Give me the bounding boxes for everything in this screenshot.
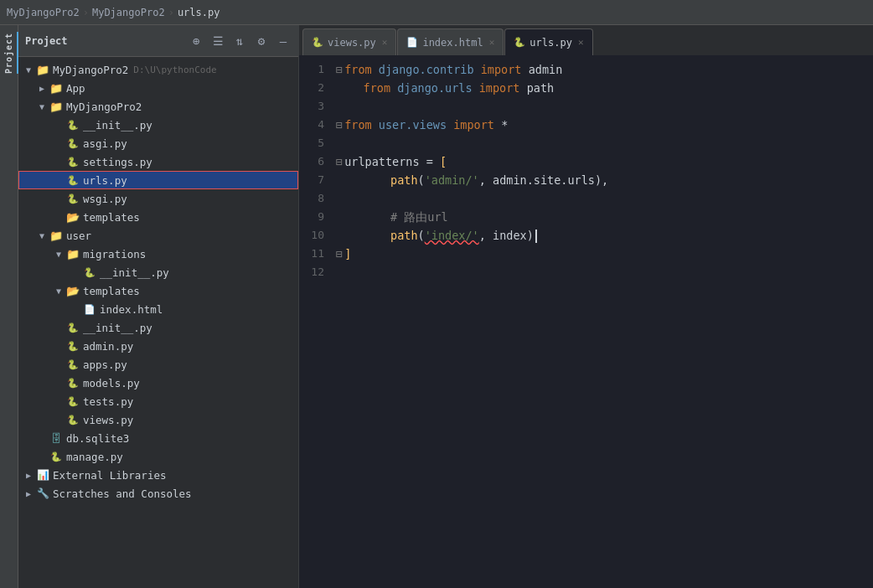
extlibs-icon: 📊 xyxy=(35,469,50,481)
label-db: db.sqlite3 xyxy=(66,432,129,445)
tree-item-views[interactable]: 🐍 views.py xyxy=(18,410,298,429)
tree-item-templates1[interactable]: 📂 templates xyxy=(18,208,298,226)
py-icon-urls: 🐍 xyxy=(65,175,80,186)
label-init3: __init__.py xyxy=(83,322,152,334)
folder-icon-migrations: 📁 xyxy=(65,248,80,260)
label-app: App xyxy=(66,82,85,95)
breadcrumb: MyDjangoPro2 › MyDjangoPro2 › urls.py xyxy=(7,7,220,18)
title-bar: MyDjangoPro2 › MyDjangoPro2 › urls.py xyxy=(0,0,873,25)
tree-item-indexhtml[interactable]: 📄 index.html xyxy=(18,300,298,318)
code-line-1: ⊟from django.contrib import admin xyxy=(336,60,873,79)
label-admin: admin.py xyxy=(83,340,133,353)
code-line-3 xyxy=(336,97,873,116)
label-tests: tests.py xyxy=(83,395,133,408)
py-icon-views: 🐍 xyxy=(65,415,80,426)
tree-item-init2[interactable]: 🐍 __init__.py xyxy=(18,263,298,281)
code-line-12 xyxy=(336,263,873,281)
tree-item-tests[interactable]: 🐍 tests.py xyxy=(18,392,298,410)
project-tree[interactable]: ▼ 📁 MyDjangoPro2 D:\U\pythonCode ▶ 📁 App… xyxy=(18,57,298,588)
tabs-bar: 🐍 views.py ✕ 📄 index.html ✕ 🐍 urls.py ✕ xyxy=(299,25,873,57)
add-icon[interactable]: ⊕ xyxy=(188,33,204,49)
line-numbers: 1 2 3 4 5 6 7 8 9 10 11 12 xyxy=(299,60,333,588)
arrow-migrations: ▼ xyxy=(52,250,65,259)
tree-item-init3[interactable]: 🐍 __init__.py xyxy=(18,318,298,337)
collapse-all-icon[interactable]: ☰ xyxy=(209,33,226,49)
tree-item-mydjangopro2[interactable]: ▼ 📁 MyDjangoPro2 xyxy=(18,97,298,116)
templates-icon-1: 📂 xyxy=(65,211,80,224)
label-root: MyDjangoPro2 xyxy=(53,64,128,76)
db-icon: 🗄 xyxy=(49,432,64,445)
tree-item-urls[interactable]: 🐍 urls.py xyxy=(18,171,298,189)
arrow-app: ▶ xyxy=(35,84,49,93)
breadcrumb-item-1[interactable]: MyDjangoPro2 xyxy=(7,7,80,18)
tab-py-icon-urls: 🐍 xyxy=(514,37,525,48)
tab-indexhtml[interactable]: 📄 index.html ✕ xyxy=(397,28,504,55)
tab-urls[interactable]: 🐍 urls.py ✕ xyxy=(504,28,592,55)
code-editor[interactable]: 1 2 3 4 5 6 7 8 9 10 11 12 ⊟from django.… xyxy=(299,57,873,588)
tree-item-settings[interactable]: 🐍 settings.py xyxy=(18,152,298,171)
arrow-scratches: ▶ xyxy=(22,489,35,498)
code-line-4: ⊟from user.views import * xyxy=(336,116,873,134)
breadcrumb-item-2[interactable]: MyDjangoPro2 xyxy=(92,7,165,18)
label-wsgi: wsgi.py xyxy=(83,193,127,205)
tree-item-extlibs[interactable]: ▶ 📊 External Libraries xyxy=(18,466,298,484)
tree-item-init1[interactable]: 🐍 __init__.py xyxy=(18,116,298,134)
tree-item-wsgi[interactable]: 🐍 wsgi.py xyxy=(18,189,298,208)
scratches-icon: 🔧 xyxy=(35,487,50,499)
code-line-2: from django.urls import path xyxy=(336,79,873,97)
tree-item-user[interactable]: ▼ 📁 user xyxy=(18,226,298,245)
tree-item-templates2[interactable]: ▼ 📂 templates xyxy=(18,281,298,300)
tab-close-indexhtml[interactable]: ✕ xyxy=(489,37,495,48)
folder-icon-root: 📁 xyxy=(35,64,50,76)
code-line-10: path('index/', index) xyxy=(336,226,873,245)
py-icon-wsgi: 🐍 xyxy=(65,193,80,204)
label-init2: __init__.py xyxy=(100,266,169,279)
label-templates1: templates xyxy=(83,211,140,224)
tab-views[interactable]: 🐍 views.py ✕ xyxy=(302,28,396,55)
breadcrumb-item-3[interactable]: urls.py xyxy=(178,7,220,18)
tab-label-views: views.py xyxy=(328,37,376,49)
label-models: models.py xyxy=(83,377,140,389)
main-layout: Project Project ⊕ ☰ ⇅ ⚙ — ▼ 📁 MyDjangoPr… xyxy=(0,25,873,588)
editor-area: 🐍 views.py ✕ 📄 index.html ✕ 🐍 urls.py ✕ … xyxy=(299,25,873,588)
folder-icon-user: 📁 xyxy=(49,230,64,242)
tree-item-db[interactable]: 🗄 db.sqlite3 xyxy=(18,429,298,447)
sidebar: Project ⊕ ☰ ⇅ ⚙ — ▼ 📁 MyDjangoPro2 D:\U\… xyxy=(18,25,299,588)
tree-item-models[interactable]: 🐍 models.py xyxy=(18,374,298,392)
tree-item-scratches[interactable]: ▶ 🔧 Scratches and Consoles xyxy=(18,484,298,503)
activity-project[interactable]: Project xyxy=(0,32,18,74)
activity-bar: Project xyxy=(0,25,18,588)
label-extlibs: External Libraries xyxy=(53,469,166,482)
py-icon-init3: 🐍 xyxy=(65,322,80,333)
py-icon-asgi: 🐍 xyxy=(65,138,80,149)
html-icon: 📄 xyxy=(82,304,97,315)
tree-item-root[interactable]: ▼ 📁 MyDjangoPro2 D:\U\pythonCode xyxy=(18,60,298,79)
tab-close-views[interactable]: ✕ xyxy=(382,37,388,48)
label-views: views.py xyxy=(83,414,133,426)
label-apps: apps.py xyxy=(83,358,127,371)
label-init1: __init__.py xyxy=(83,119,152,132)
expand-icon[interactable]: ⇅ xyxy=(231,33,248,49)
tree-item-asgi[interactable]: 🐍 asgi.py xyxy=(18,134,298,152)
code-line-9: # 路由url xyxy=(336,208,873,226)
label-urls: urls.py xyxy=(83,174,127,187)
label-scratches: Scratches and Consoles xyxy=(53,487,192,500)
close-icon[interactable]: — xyxy=(275,33,292,49)
templates-icon-2: 📂 xyxy=(65,285,80,297)
settings-icon[interactable]: ⚙ xyxy=(253,33,270,49)
tree-item-admin[interactable]: 🐍 admin.py xyxy=(18,337,298,355)
tree-item-manage[interactable]: 🐍 manage.py xyxy=(18,447,298,466)
py-icon-tests: 🐍 xyxy=(65,396,80,407)
py-icon-apps: 🐍 xyxy=(65,359,80,370)
code-line-6: ⊟urlpatterns = [ xyxy=(336,152,873,171)
tab-html-icon: 📄 xyxy=(406,37,418,48)
root-path: D:\U\pythonCode xyxy=(133,64,216,75)
tab-close-urls[interactable]: ✕ xyxy=(578,37,584,48)
tree-item-apps[interactable]: 🐍 apps.py xyxy=(18,355,298,374)
activity-label: Project xyxy=(3,32,13,73)
py-icon-admin: 🐍 xyxy=(65,341,80,352)
code-content[interactable]: ⊟from django.contrib import admin from d… xyxy=(333,60,873,588)
tree-item-app[interactable]: ▶ 📁 App xyxy=(18,79,298,97)
tree-item-migrations[interactable]: ▼ 📁 migrations xyxy=(18,245,298,263)
arrow-mydjangopro2: ▼ xyxy=(35,102,49,111)
